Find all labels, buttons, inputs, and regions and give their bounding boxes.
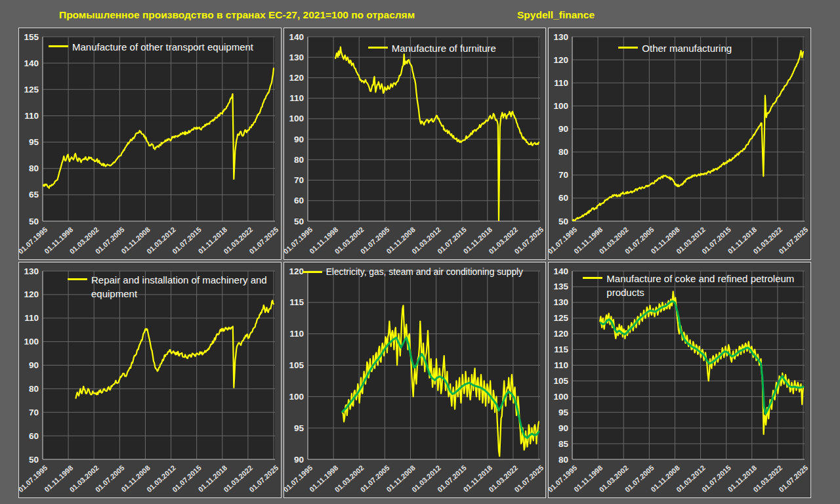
y-tick-label: 80	[29, 163, 39, 173]
y-tick-label: 120	[554, 329, 569, 339]
y-tick-label: 155	[24, 32, 39, 42]
y-tick-label: 60	[29, 431, 39, 441]
line-chart: 506070809010011012013001.07.199501.11.19…	[549, 28, 810, 259]
y-tick-label: 110	[289, 93, 304, 103]
legend: Manufacture of coke and refined petroleu…	[583, 272, 810, 299]
legend-label: Other manufacturing	[642, 41, 732, 55]
legend-line-icon	[303, 271, 322, 273]
line-chart: 506070809010011012013014001.07.199501.11…	[284, 28, 546, 259]
y-tick-label: 90	[558, 124, 568, 134]
y-tick-label: 130	[24, 266, 39, 276]
page-title: Промышленное производство в странах ЕС-2…	[59, 9, 415, 21]
y-tick-label: 100	[289, 114, 304, 123]
chart-panel-repair-installation: Repair and installation of machinery and…	[18, 262, 282, 498]
chart-panel-furniture: Manufacture of furniture 506070809010011…	[284, 28, 547, 260]
y-tick-label: 110	[24, 313, 39, 323]
y-tick-label: 50	[29, 217, 39, 226]
y-tick-label: 140	[554, 266, 569, 276]
y-tick-label: 115	[289, 297, 304, 307]
y-tick-label: 120	[554, 55, 569, 65]
y-tick-label: 140	[289, 32, 304, 42]
line-chart: 5065809511012514015501.07.199501.11.1998…	[19, 28, 281, 259]
y-tick-label: 110	[24, 111, 39, 121]
y-tick-label: 50	[294, 217, 304, 226]
legend: Other manufacturing	[618, 41, 732, 55]
legend-line-icon	[368, 47, 388, 49]
y-tick-label: 70	[29, 408, 39, 417]
y-tick-label: 110	[555, 78, 569, 88]
legend: Repair and installation of machinery and…	[68, 273, 281, 301]
chart-panel-other-transport-equipment: Manufacture of other transport equipment…	[18, 28, 282, 260]
legend-label: Manufacture of coke and refined petroleu…	[606, 272, 810, 299]
legend-line-icon	[618, 47, 638, 49]
y-tick-label: 95	[558, 408, 569, 417]
y-tick-label: 80	[29, 384, 39, 394]
y-tick-label: 70	[558, 170, 568, 180]
y-tick-label: 105	[289, 360, 304, 370]
legend: Manufacture of furniture	[368, 41, 496, 55]
y-tick-label: 95	[294, 423, 304, 433]
chart-panel-other-manufacturing: Other manufacturing 50607080901001101201…	[548, 28, 811, 260]
legend: Manufacture of other transport equipment	[49, 40, 253, 54]
y-tick-label: 110	[555, 360, 569, 370]
y-tick-label: 60	[294, 196, 304, 205]
line-chart: 909510010511011512001.07.199501.11.19980…	[284, 262, 546, 497]
y-tick-label: 95	[29, 137, 39, 147]
y-tick-label: 100	[554, 101, 569, 111]
y-tick-label: 120	[289, 73, 304, 83]
y-tick-label: 80	[294, 155, 304, 165]
legend: Electricity, gas, steam and air conditio…	[303, 266, 523, 278]
legend-label: Manufacture of other transport equipment	[72, 40, 253, 54]
y-tick-label: 105	[554, 376, 569, 386]
legend-label: Manufacture of furniture	[392, 41, 496, 55]
y-tick-label: 70	[294, 175, 304, 185]
screenshot-root: { "header": { "title": "Промышленное про…	[0, 0, 840, 504]
y-tick-label: 125	[554, 313, 569, 323]
chart-panel-coke-petroleum: Manufacture of coke and refined petroleu…	[548, 262, 811, 498]
y-tick-label: 130	[289, 52, 304, 62]
y-tick-label: 130	[554, 32, 569, 42]
chart-grid: Manufacture of other transport equipment…	[18, 28, 811, 498]
legend-label: Electricity, gas, steam and air conditio…	[326, 266, 523, 278]
y-tick-label: 100	[24, 337, 39, 346]
y-tick-label: 50	[558, 217, 568, 226]
y-tick-label: 135	[554, 282, 569, 291]
legend-line-icon	[68, 278, 87, 280]
y-tick-label: 65	[29, 190, 39, 200]
y-tick-label: 90	[29, 360, 39, 370]
y-tick-label: 100	[554, 392, 569, 402]
y-tick-label: 60	[558, 193, 568, 203]
y-tick-label: 120	[24, 289, 39, 299]
legend-label: Repair and installation of machinery and…	[91, 273, 281, 301]
y-tick-label: 80	[558, 455, 568, 465]
y-tick-label: 110	[289, 329, 304, 339]
y-tick-label: 90	[558, 423, 568, 433]
legend-line-icon	[49, 45, 68, 47]
plot-area	[43, 37, 275, 221]
y-tick-label: 125	[24, 85, 39, 94]
legend-line-icon	[583, 277, 602, 279]
chart-panel-electricity-gas-steam: Electricity, gas, steam and air conditio…	[284, 262, 547, 498]
y-tick-label: 140	[24, 58, 39, 68]
y-tick-label: 90	[294, 135, 304, 144]
y-tick-label: 120	[289, 266, 304, 276]
y-tick-label: 85	[558, 439, 569, 449]
plot-area	[308, 37, 540, 221]
brand-watermark: Spydell_finance	[517, 9, 595, 21]
y-tick-label: 130	[554, 297, 569, 307]
y-tick-label: 115	[555, 345, 569, 354]
y-tick-label: 80	[558, 147, 568, 157]
y-tick-label: 100	[289, 392, 304, 402]
y-tick-label: 50	[29, 455, 39, 465]
y-tick-label: 90	[294, 455, 304, 465]
